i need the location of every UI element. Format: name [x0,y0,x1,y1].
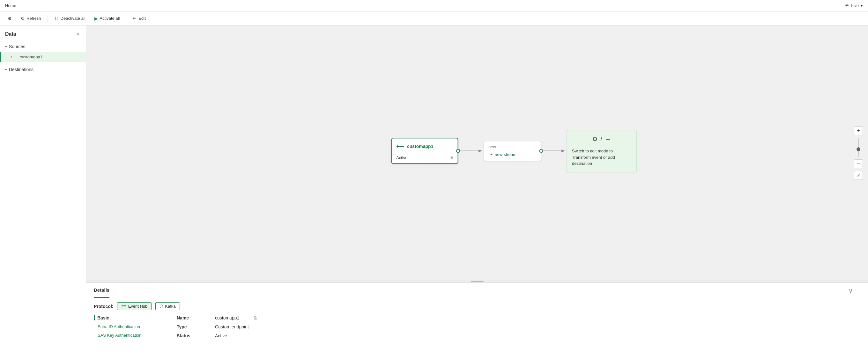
name-field-row: Name customapp1 ⎘ [177,315,860,320]
canvas-area: ⟵ customapp1 Active ≡ [86,26,868,359]
details-content: Basic Entra ID Authentication SAS Key Au… [94,315,860,342]
refresh-button[interactable]: ↻ Refresh [17,14,45,23]
dest-icons: ⚙ / → [572,135,631,143]
sidebar-item-customapp1[interactable]: ⟵ customapp1 [0,52,86,62]
status-label: Status [177,333,202,338]
chevron-dest-icon: ▾ [5,68,7,72]
chevron-icon: ▾ [5,45,7,49]
sas-key-auth-link[interactable]: SAS Key Authentication [94,333,158,338]
zoom-out-button[interactable]: − [854,159,863,168]
arrow-1 [458,146,484,156]
live-label: Live [851,3,859,8]
arrow-2 [541,146,566,156]
add-dest-icon: → [605,135,611,143]
sources-label: Sources [9,44,25,49]
protocol-section: Protocol: ≡≡ Event Hub ⬡ Kafka [94,302,860,310]
sidebar-title: Data [5,31,16,37]
details-collapse-button[interactable]: ∨ [848,287,853,294]
kafka-tab[interactable]: ⬡ Kafka [155,302,180,310]
deactivate-icon: ⏸ [54,16,59,21]
sidebar: Data « ▾ Sources ⟵ customapp1 ▾ Destinat… [0,26,86,359]
entra-id-auth-link[interactable]: Entra ID Authentication [94,324,158,329]
toolbar-divider-2 [126,15,126,22]
sidebar-item-label: customapp1 [20,55,42,59]
type-label: Type [177,324,202,329]
details-fields: Name customapp1 ⎘ Type Custom endpoint S… [177,315,860,342]
sources-section-header[interactable]: ▾ Sources [0,41,86,52]
stream-connector-right [539,149,543,153]
deactivate-all-button[interactable]: ⏸ Deactivate all [51,14,89,23]
fit-icon: ⤢ [857,173,860,177]
source-node-icon: ⟵ [396,143,404,150]
details-panel: Details ∨ Protocol: ≡≡ Event Hub ⬡ Kafka [86,283,868,359]
home-title: Home [5,3,16,8]
details-nav: Basic Entra ID Authentication SAS Key Au… [94,315,158,342]
edit-button[interactable]: ✏ Edit [129,14,149,23]
zoom-slider-track[interactable] [858,138,859,157]
activate-icon: ▶ [94,16,98,21]
protocol-label: Protocol: [94,304,113,309]
source-node-footer: Active ≡ [396,155,453,160]
source-icon: ⟵ [11,54,17,59]
slash-divider: / [600,135,602,143]
stream-item-label: new-stream [495,152,517,157]
sidebar-header: Data « [0,31,86,41]
copy-name-icon[interactable]: ⎘ [254,315,256,320]
toolbar: ⚙ ↻ Refresh ⏸ Deactivate all ▶ Activate … [0,11,868,26]
title-bar: Home 👁 Live ▾ [0,0,868,11]
source-node-title: customapp1 [407,144,433,149]
edit-icon: ✏ [133,16,136,21]
zoom-controls: + − ⤢ [854,126,863,180]
divider-handle [471,281,484,282]
source-connector-right [456,149,460,153]
type-value: Custom endpoint [215,324,249,329]
stream-node-title: new [488,144,536,149]
destination-placeholder: ⚙ / → Switch to edit mode to Transform e… [566,130,637,172]
zoom-in-button[interactable]: + [854,126,863,135]
main-layout: Data « ▾ Sources ⟵ customapp1 ▾ Destinat… [0,26,868,359]
activate-all-button[interactable]: ▶ Activate all [91,14,124,23]
status-field-row: Status Active [177,333,860,338]
toolbar-divider-1 [48,15,48,22]
status-value: Active [215,333,227,338]
transform-icon: ⚙ [592,135,598,143]
zoom-fit-button[interactable]: ⤢ [854,171,863,180]
live-indicator[interactable]: 👁 Live ▾ [845,3,863,8]
event-hub-tab[interactable]: ≡≡ Event Hub [117,302,152,310]
canvas[interactable]: ⟵ customapp1 Active ≡ [86,26,868,281]
zoom-slider-thumb [857,147,860,151]
source-menu-icon[interactable]: ≡ [451,155,453,160]
basic-section-title: Basic [94,315,158,320]
refresh-icon: ↻ [21,16,25,21]
event-hub-label: Event Hub [128,304,148,308]
name-label: Name [177,315,202,320]
source-status-label: Active [396,155,407,160]
stream-icon: 〜 [488,152,493,158]
dest-placeholder-text: Switch to edit mode to Transform event o… [572,148,631,167]
kafka-icon: ⬡ [159,304,163,308]
name-value: customapp1 [215,315,239,320]
sidebar-collapse-button[interactable]: « [75,31,81,38]
kafka-label: Kafka [165,304,176,308]
destinations-label: Destinations [9,67,33,72]
details-header: Details [94,283,110,298]
details-title: Details [94,287,110,295]
event-hub-icon: ≡≡ [121,304,126,308]
eye-icon: 👁 [845,3,849,8]
source-node[interactable]: ⟵ customapp1 Active ≡ [391,138,458,164]
stream-item: 〜 new-stream [488,152,536,158]
gear-icon: ⚙ [8,16,12,21]
destinations-section-header[interactable]: ▾ Destinations [0,64,86,75]
chevron-down-icon: ▾ [861,3,863,8]
type-field-row: Type Custom endpoint [177,324,860,329]
stream-node[interactable]: new 〜 new-stream [484,141,541,161]
source-node-header: ⟵ customapp1 [396,143,453,150]
flow-container: ⟵ customapp1 Active ≡ [391,130,637,172]
settings-button[interactable]: ⚙ [4,14,16,23]
